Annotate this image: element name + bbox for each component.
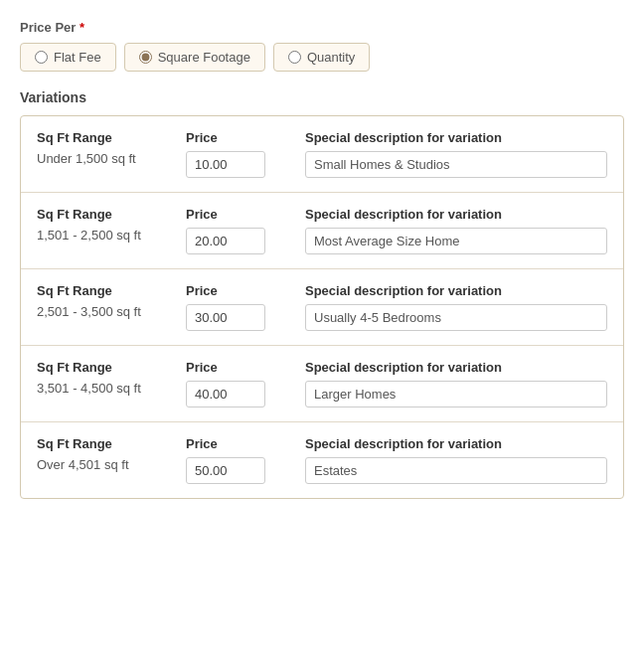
desc-input-4[interactable] — [305, 381, 607, 408]
price-header-5: Price — [186, 436, 285, 451]
radio-group: Flat Fee Square Footage Quantity — [20, 43, 624, 72]
sqft-col-1: Sq Ft Range Under 1,500 sq ft — [37, 130, 166, 166]
price-header-3: Price — [186, 283, 285, 298]
sqft-col-2: Sq Ft Range 1,501 - 2,500 sq ft — [37, 207, 166, 243]
price-per-label: Price Per * — [20, 20, 624, 35]
sqft-range-5: Over 4,501 sq ft — [37, 457, 166, 472]
price-input-2[interactable] — [186, 228, 265, 254]
radio-square-footage-input[interactable] — [139, 51, 152, 64]
sqft-header-3: Sq Ft Range — [37, 283, 166, 298]
variations-section: Variations Sq Ft Range Under 1,500 sq ft… — [20, 89, 624, 499]
desc-col-4: Special description for variation — [305, 360, 607, 408]
radio-square-footage[interactable]: Square Footage — [124, 43, 265, 72]
variations-label: Variations — [20, 89, 624, 105]
price-input-1[interactable] — [186, 151, 265, 178]
desc-col-5: Special description for variation — [305, 436, 607, 484]
desc-header-3: Special description for variation — [305, 283, 607, 298]
variations-table: Sq Ft Range Under 1,500 sq ft Price Spec… — [20, 115, 624, 499]
price-input-5[interactable] — [186, 457, 265, 484]
sqft-range-2: 1,501 - 2,500 sq ft — [37, 228, 166, 243]
desc-header-1: Special description for variation — [305, 130, 607, 145]
sqft-range-3: 2,501 - 3,500 sq ft — [37, 304, 166, 319]
price-per-text: Price Per — [20, 20, 76, 35]
desc-col-3: Special description for variation — [305, 283, 607, 331]
radio-quantity-label: Quantity — [307, 50, 355, 65]
table-row: Sq Ft Range Under 1,500 sq ft Price Spec… — [21, 116, 623, 193]
price-header-1: Price — [186, 130, 285, 145]
table-row: Sq Ft Range 3,501 - 4,500 sq ft Price Sp… — [21, 346, 623, 422]
sqft-col-5: Sq Ft Range Over 4,501 sq ft — [37, 436, 166, 472]
table-row: Sq Ft Range Over 4,501 sq ft Price Speci… — [21, 422, 623, 498]
desc-input-1[interactable] — [305, 151, 607, 178]
table-row: Sq Ft Range 2,501 - 3,500 sq ft Price Sp… — [21, 269, 623, 346]
price-header-2: Price — [186, 207, 285, 222]
desc-input-3[interactable] — [305, 304, 607, 331]
price-input-3[interactable] — [186, 304, 265, 331]
desc-col-1: Special description for variation — [305, 130, 607, 178]
sqft-header-1: Sq Ft Range — [37, 130, 166, 145]
price-col-2: Price — [186, 207, 285, 254]
radio-square-footage-label: Square Footage — [158, 50, 250, 65]
sqft-header-4: Sq Ft Range — [37, 360, 166, 375]
price-col-5: Price — [186, 436, 285, 484]
radio-quantity-input[interactable] — [288, 51, 301, 64]
desc-input-2[interactable] — [305, 228, 607, 254]
price-header-4: Price — [186, 360, 285, 375]
table-row: Sq Ft Range 1,501 - 2,500 sq ft Price Sp… — [21, 193, 623, 269]
sqft-header-5: Sq Ft Range — [37, 436, 166, 451]
price-col-3: Price — [186, 283, 285, 331]
radio-flat-fee-input[interactable] — [35, 51, 48, 64]
sqft-col-3: Sq Ft Range 2,501 - 3,500 sq ft — [37, 283, 166, 319]
radio-flat-fee[interactable]: Flat Fee — [20, 43, 116, 72]
sqft-range-1: Under 1,500 sq ft — [37, 151, 166, 166]
radio-quantity[interactable]: Quantity — [273, 43, 370, 72]
desc-header-4: Special description for variation — [305, 360, 607, 375]
required-asterisk: * — [80, 20, 84, 35]
price-per-section: Price Per * Flat Fee Square Footage Quan… — [20, 20, 624, 72]
sqft-range-4: 3,501 - 4,500 sq ft — [37, 381, 166, 396]
desc-header-5: Special description for variation — [305, 436, 607, 451]
price-col-1: Price — [186, 130, 285, 178]
desc-input-5[interactable] — [305, 457, 607, 484]
price-col-4: Price — [186, 360, 285, 408]
desc-col-2: Special description for variation — [305, 207, 607, 254]
sqft-col-4: Sq Ft Range 3,501 - 4,500 sq ft — [37, 360, 166, 396]
sqft-header-2: Sq Ft Range — [37, 207, 166, 222]
radio-flat-fee-label: Flat Fee — [54, 50, 101, 65]
desc-header-2: Special description for variation — [305, 207, 607, 222]
price-input-4[interactable] — [186, 381, 265, 408]
